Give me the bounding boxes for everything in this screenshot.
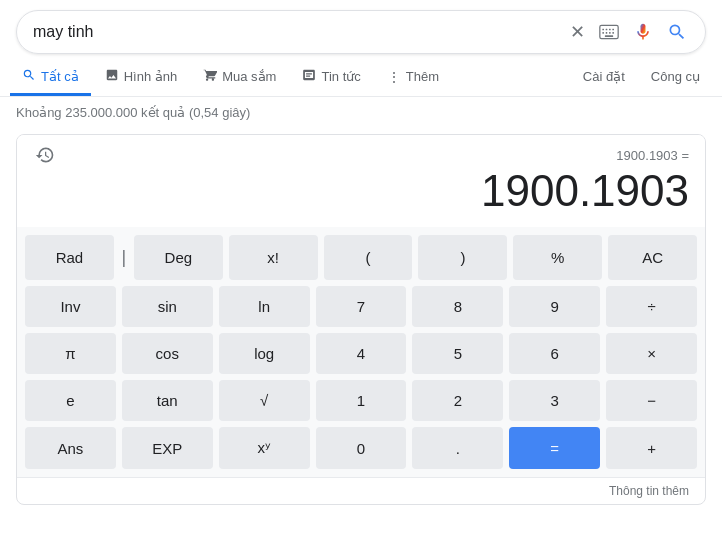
svg-rect-8	[612, 32, 614, 34]
btn-rad[interactable]: Rad	[25, 235, 114, 280]
btn-multiply[interactable]: ×	[606, 333, 697, 374]
svg-rect-7	[609, 32, 611, 34]
calc-row-3: π cos log 4 5 6 ×	[25, 333, 697, 374]
calc-equation: 1900.1903 =	[616, 148, 689, 163]
btn-seven[interactable]: 7	[316, 286, 407, 327]
btn-equals[interactable]: =	[509, 427, 600, 469]
more-info-link[interactable]: Thông tin thêm	[609, 484, 689, 498]
btn-factorial[interactable]: x!	[229, 235, 318, 280]
search-button[interactable]	[665, 20, 689, 44]
search-input[interactable]	[33, 23, 558, 41]
btn-decimal[interactable]: .	[412, 427, 503, 469]
tab-tin-tuc[interactable]: Tin tức	[290, 60, 372, 96]
btn-sin[interactable]: sin	[122, 286, 213, 327]
btn-exp[interactable]: EXP	[122, 427, 213, 469]
svg-rect-1	[602, 29, 604, 31]
tab-them-label: Thêm	[406, 69, 439, 84]
svg-rect-9	[605, 35, 613, 37]
calc-buttons: Rad | Deg x! ( ) % AC Inv sin ln 7 8 9 ÷…	[17, 227, 705, 477]
tab-cai-dat[interactable]: Cài đặt	[571, 61, 637, 95]
btn-euler[interactable]: e	[25, 380, 116, 421]
svg-rect-6	[606, 32, 608, 34]
btn-four[interactable]: 4	[316, 333, 407, 374]
btn-log[interactable]: log	[219, 333, 310, 374]
svg-rect-3	[609, 29, 611, 31]
history-button[interactable]	[33, 143, 57, 167]
btn-tan[interactable]: tan	[122, 380, 213, 421]
news-tab-icon	[302, 68, 316, 85]
keyboard-button[interactable]	[597, 22, 621, 42]
clear-button[interactable]: ✕	[568, 19, 587, 45]
btn-ans[interactable]: Ans	[25, 427, 116, 469]
btn-inv[interactable]: Inv	[25, 286, 116, 327]
calc-result: 1900.1903	[33, 167, 689, 223]
calc-display: 1900.1903 = 1900.1903	[17, 135, 705, 227]
tab-cong-cu-label: Công cụ	[651, 69, 700, 84]
btn-ln[interactable]: ln	[219, 286, 310, 327]
btn-ac[interactable]: AC	[608, 235, 697, 280]
tab-them[interactable]: ⋮ Thêm	[375, 61, 451, 96]
btn-two[interactable]: 2	[412, 380, 503, 421]
calc-footer: Thông tin thêm	[17, 477, 705, 504]
btn-plus[interactable]: +	[606, 427, 697, 469]
btn-minus[interactable]: −	[606, 380, 697, 421]
tab-hinh-anh[interactable]: Hình ảnh	[93, 60, 190, 96]
btn-eight[interactable]: 8	[412, 286, 503, 327]
tab-mua-sam-label: Mua sắm	[222, 69, 276, 84]
tab-cong-cu[interactable]: Công cụ	[639, 61, 712, 95]
tab-mua-sam[interactable]: Mua sắm	[191, 60, 288, 96]
search-bar-area: ✕	[0, 0, 722, 54]
btn-deg[interactable]: Deg	[134, 235, 223, 280]
svg-rect-2	[606, 29, 608, 31]
svg-rect-5	[602, 32, 604, 34]
btn-nine[interactable]: 9	[509, 286, 600, 327]
btn-cos[interactable]: cos	[122, 333, 213, 374]
calc-row-1: Rad | Deg x! ( ) % AC	[25, 235, 697, 280]
btn-six[interactable]: 6	[509, 333, 600, 374]
calc-row-4: e tan √ 1 2 3 −	[25, 380, 697, 421]
tab-tin-tuc-label: Tin tức	[321, 69, 360, 84]
btn-power[interactable]: xʸ	[219, 427, 310, 469]
tab-tat-ca[interactable]: Tất cả	[10, 60, 91, 96]
btn-pi[interactable]: π	[25, 333, 116, 374]
more-tab-icon: ⋮	[387, 69, 401, 85]
search-tab-icon	[22, 68, 36, 85]
btn-divide[interactable]: ÷	[606, 286, 697, 327]
tab-cai-dat-label: Cài đặt	[583, 69, 625, 84]
tab-tat-ca-label: Tất cả	[41, 69, 79, 84]
mic-button[interactable]	[631, 19, 655, 45]
btn-one[interactable]: 1	[316, 380, 407, 421]
btn-sqrt[interactable]: √	[219, 380, 310, 421]
result-count: Khoảng 235.000.000 kết quả (0,54 giây)	[0, 97, 722, 128]
btn-zero[interactable]: 0	[316, 427, 407, 469]
btn-five[interactable]: 5	[412, 333, 503, 374]
svg-rect-4	[612, 29, 614, 31]
nav-right: Cài đặt Công cụ	[571, 61, 712, 95]
search-icons: ✕	[568, 19, 689, 45]
tab-hinh-anh-label: Hình ảnh	[124, 69, 178, 84]
calc-row-5: Ans EXP xʸ 0 . = +	[25, 427, 697, 469]
shopping-tab-icon	[203, 68, 217, 85]
search-box: ✕	[16, 10, 706, 54]
btn-open-paren[interactable]: (	[324, 235, 413, 280]
image-tab-icon	[105, 68, 119, 85]
btn-three[interactable]: 3	[509, 380, 600, 421]
btn-close-paren[interactable]: )	[418, 235, 507, 280]
btn-sep: |	[120, 235, 128, 280]
calculator-widget: 1900.1903 = 1900.1903 Rad | Deg x! ( ) %…	[16, 134, 706, 505]
btn-percent[interactable]: %	[513, 235, 602, 280]
calc-row-2: Inv sin ln 7 8 9 ÷	[25, 286, 697, 327]
calc-display-top: 1900.1903 =	[33, 143, 689, 167]
nav-tabs: Tất cả Hình ảnh Mua sắm Tin tức ⋮ Thêm	[0, 54, 722, 97]
